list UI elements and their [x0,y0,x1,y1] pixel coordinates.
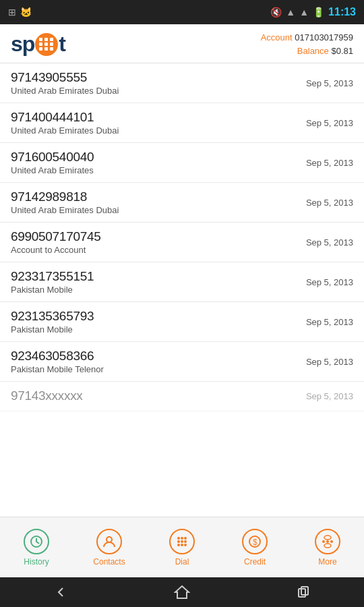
nav-dial[interactable]: Dial [146,529,218,567]
call-info: 97143xxxxxx [11,388,83,404]
dial-nav-icon [169,529,195,554]
wifi-icon: ▲ [286,7,295,18]
call-date: Sep 5, 2013 [306,78,353,88]
call-location: United Arab Emirates [11,165,94,175]
nav-credit[interactable]: $ Credit [218,529,291,567]
svg-marker-18 [175,586,189,598]
account-label: Account [261,32,293,42]
credit-nav-label: Credit [244,557,266,567]
svg-point-4 [184,537,187,540]
call-location: Pakistan Mobile Telenor [11,364,104,374]
more-nav-icon [315,529,340,554]
call-item[interactable]: 923135365793 Pakistan Mobile Sep 5, 2013 [0,302,364,342]
call-number: 97143905555 [11,70,119,85]
contacts-nav-icon [96,529,122,554]
call-info: 97142989818 United Arab Emirates Dubai [11,190,119,215]
account-line: Account 017103017959 [261,31,353,45]
signal-icon: ▲ [299,7,309,18]
nav-more[interactable]: More [291,529,364,567]
call-item[interactable]: 97143905555 United Arab Emirates Dubai S… [0,63,364,103]
battery-icon: 🔋 [313,7,324,18]
call-list[interactable]: 97143905555 United Arab Emirates Dubai S… [0,63,364,517]
logo-text-t: t [59,32,65,57]
svg-point-10 [184,544,187,546]
svg-point-17 [324,544,331,548]
call-date: Sep 5, 2013 [306,198,353,208]
call-location: United Arab Emirates Dubai [11,86,119,96]
call-date: Sep 5, 2013 [306,391,353,401]
app-logo: sp t [11,32,65,57]
balance-amount: $0.81 [331,46,353,56]
svg-point-15 [330,540,333,543]
app-icon-2: 🐱 [20,7,32,18]
call-location: Pakistan Mobile [11,285,94,295]
svg-point-5 [177,540,180,543]
status-bar-left-icons: ⊞ 🐱 [8,7,32,18]
call-number: 971600540040 [11,150,94,165]
call-info: 97143905555 United Arab Emirates Dubai [11,70,119,96]
call-info: 923135365793 Pakistan Mobile [11,309,94,335]
svg-point-7 [184,540,187,543]
svg-point-6 [181,540,183,543]
account-info: Account 017103017959 Balance $0.81 [261,31,353,57]
mute-icon: 🔇 [270,7,282,18]
svg-point-13 [322,540,325,543]
call-location: Pakistan Mobile [11,324,94,335]
dial-nav-label: Dial [175,557,189,567]
call-location: United Arab Emirates Dubai [11,125,119,136]
android-nav-bar [0,577,364,607]
history-nav-icon [24,529,49,554]
call-info: 6990507170745 Account to Account [11,229,100,255]
contacts-nav-label: Contacts [93,557,125,567]
balance-label: Balance [297,46,329,56]
call-item[interactable]: 971400444101 United Arab Emirates Dubai … [0,103,364,143]
svg-point-1 [107,537,112,542]
call-date: Sep 5, 2013 [306,237,353,248]
nav-history[interactable]: History [0,529,73,567]
svg-point-8 [177,544,180,546]
call-info: 923463058366 Pakistan Mobile Telenor [11,349,104,374]
call-number: 6990507170745 [11,229,100,244]
call-item[interactable]: 6990507170745 Account to Account Sep 5, … [0,223,364,262]
call-item[interactable]: 97142989818 United Arab Emirates Dubai S… [0,183,364,223]
call-date: Sep 5, 2013 [306,317,353,327]
call-date: Sep 5, 2013 [306,357,353,367]
logo-dot-icon [35,33,58,56]
app-icon-1: ⊞ [8,7,16,18]
call-number: 923317355151 [11,269,94,284]
call-location: United Arab Emirates Dubai [11,205,119,215]
nav-contacts[interactable]: Contacts [73,529,146,567]
call-item[interactable]: 97143xxxxxx Sep 5, 2013 [0,382,364,411]
logo-text-sp: sp [11,32,34,57]
call-item[interactable]: 923317355151 Pakistan Mobile Sep 5, 2013 [0,262,364,302]
call-number: 923135365793 [11,309,94,324]
home-button[interactable] [174,584,190,600]
svg-point-2 [177,537,180,540]
svg-point-16 [324,536,331,540]
history-nav-label: History [24,557,49,567]
call-location: Account to Account [11,245,100,255]
call-date: Sep 5, 2013 [306,118,353,128]
svg-point-9 [181,544,183,546]
credit-nav-icon: $ [242,529,268,554]
call-item[interactable]: 971600540040 United Arab Emirates Sep 5,… [0,143,364,183]
call-date: Sep 5, 2013 [306,158,353,168]
call-date: Sep 5, 2013 [306,277,353,287]
back-button[interactable] [53,584,69,600]
header: sp t Account 017103017959 Balance $0.81 [0,24,364,63]
call-info: 923317355151 Pakistan Mobile [11,269,94,295]
balance-line: Balance $0.81 [261,45,353,58]
svg-text:$: $ [253,538,257,547]
call-number: 971400444101 [11,110,119,125]
status-time: 11:13 [328,6,356,18]
bottom-nav: History Contacts Dial [0,517,364,577]
call-item[interactable]: 923463058366 Pakistan Mobile Telenor Sep… [0,342,364,382]
call-number: 923463058366 [11,349,104,364]
svg-point-3 [181,537,183,540]
call-number: 97142989818 [11,190,119,204]
svg-point-14 [326,540,329,543]
recents-button[interactable] [295,584,311,600]
status-bar: ⊞ 🐱 🔇 ▲ ▲ 🔋 11:13 [0,0,364,24]
call-number: 97143xxxxxx [11,388,83,403]
call-info: 971400444101 United Arab Emirates Dubai [11,110,119,136]
